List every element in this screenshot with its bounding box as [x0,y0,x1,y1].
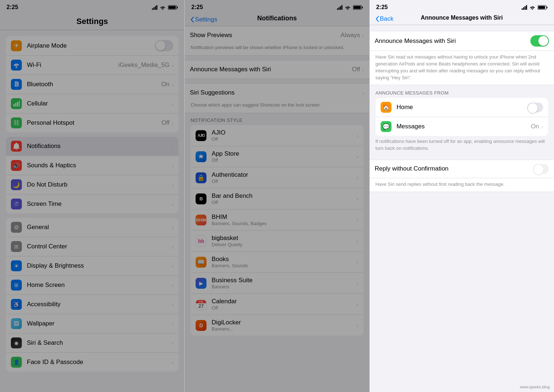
faceid-label: Face ID & Passcode [27,359,172,366]
settings-item-dnd[interactable]: 🌙 Do Not Disturb › [6,175,178,195]
app-item-barnbench[interactable]: B Bar and Bench Off › [190,188,363,209]
app-item-calendar[interactable]: CAL 27 Calendar Off › [190,294,363,315]
apps-list: AJIO AJIO Off › App Store Off › [190,125,363,336]
controlcenter-label: Control Center [27,243,172,250]
notifications-panel: 2:25 Settings Notifications Show Preview… [184,0,369,392]
main-toggle-item[interactable]: Announce Messages with Siri [370,31,554,51]
svg-rect-6 [19,101,20,107]
settings-scroll[interactable]: ✈ Airplane Mode Wi-Fi iGeeks_Media_5G › … [0,30,184,392]
settings-item-cellular[interactable]: Cellular › [6,94,178,113]
reply-toggle[interactable] [533,164,549,174]
from-messages-item[interactable]: 💬 Messages On › [376,117,548,136]
wallpaper-label: Wallpaper [27,320,172,327]
announce-panel: 2:25 Back Announce Messages with Siri An… [369,0,554,392]
announce-item[interactable]: Announce Messages with Siri Off › [185,60,369,79]
reply-item[interactable]: Reply without Confirmation [370,160,554,178]
back-to-settings[interactable]: Settings [190,16,217,23]
accessibility-chevron: › [172,301,173,308]
notifications-scroll[interactable]: Show Previews Always › Notification prev… [185,26,369,392]
settings-item-sounds[interactable]: 🔊 Sounds & Haptics › [6,156,178,175]
status-bar-p2: 2:25 [185,0,369,13]
cellular-label: Cellular [27,100,172,107]
svg-rect-1 [169,6,176,9]
settings-item-siri[interactable]: ◉ Siri & Search › [6,333,178,353]
notifications-section: Notifications › 🔊 Sounds & Haptics › 🌙 D… [6,137,178,213]
sounds-icon: 🔊 [11,160,22,171]
cellular-icon [11,98,22,109]
svg-rect-11 [538,6,545,9]
sirisugg-item[interactable]: Siri Suggestions › [185,84,369,102]
sirisugg-chevron: › [362,90,364,96]
settings-item-general[interactable]: ⚙ General › [6,218,178,237]
bigbasket-sub: Deliver Quietly [212,242,356,247]
svg-rect-2 [177,7,178,8]
barnbench-chevron: › [357,196,358,202]
airplane-toggle[interactable] [155,40,173,51]
siri-label: Siri & Search [27,339,172,347]
books-label: Books [212,256,229,263]
from-messages-value: On [531,123,539,130]
settings-item-bluetooth[interactable]: 𝔹 Bluetooth On › [6,75,178,94]
svg-rect-4 [15,103,16,107]
settings-item-airplane[interactable]: ✈ Airplane Mode [6,36,178,56]
homescreen-icon: ⊞ [11,280,22,291]
app-item-auth[interactable]: 🔒 Authenticator Off › [190,167,363,188]
app-item-bizsuit[interactable]: ▶ Business Suite Banners › [190,273,363,294]
cellular-chevron: › [172,101,173,107]
main-toggle-section: Announce Messages with Siri Have Siri re… [370,31,554,85]
back-to-notifications[interactable]: Back [376,15,394,23]
settings-item-wifi[interactable]: Wi-Fi iGeeks_Media_5G › [6,56,178,75]
settings-item-wallpaper[interactable]: 🖼 Wallpaper › [6,314,178,333]
appstore-sub: Off [212,157,356,163]
general-icon: ⚙ [11,222,22,233]
settings-item-hotspot[interactable]: ⛓ Personal Hotspot Off › [6,113,178,132]
homescreen-label: Home Screen [27,281,172,289]
time-p1: 2:25 [7,4,18,11]
sirisugg-desc: Choose which apps can suggest Shortcuts … [185,102,369,113]
app-item-books[interactable]: 📖 Books Banners, Sounds › [190,252,363,273]
general-label: General [27,224,172,231]
ajio-sub: Off [212,136,356,142]
notifications-chevron: › [172,143,173,149]
wallpaper-chevron: › [172,321,173,327]
hotspot-value: Off [161,119,169,127]
from-home-toggle[interactable] [527,103,543,112]
settings-item-screentime[interactable]: ⏱ Screen Time › [6,195,178,213]
settings-item-notifications[interactable]: Notifications › [6,137,178,156]
showpreviews-item[interactable]: Show Previews Always › [185,26,369,44]
bluetooth-value: On [161,81,170,88]
from-home-item[interactable]: 🏠 Home [376,98,548,117]
settings-item-faceid[interactable]: 👤 Face ID & Passcode › [6,353,178,372]
general-section: ⚙ General › ⊞ Control Center › ☀ Display… [6,218,178,372]
from-section: 🏠 Home 💬 Messages On › [376,98,548,136]
signal-icon-p3 [522,5,527,10]
app-item-digi[interactable]: D DigiLocker Banners... › [190,315,363,336]
auth-sub: Off [212,179,356,184]
main-toggle-label: Announce Messages with Siri [375,37,530,45]
app-item-appstore[interactable]: App Store Off › [190,146,363,167]
airplane-icon: ✈ [11,40,22,51]
settings-item-homescreen[interactable]: ⊞ Home Screen › [6,276,178,295]
app-item-bhim[interactable]: BHIM BHIM Banners, Sounds, Badges › [190,209,363,231]
settings-item-display[interactable]: ☀ Display & Brightness › [6,256,178,276]
homescreen-chevron: › [172,282,173,288]
faceid-chevron: › [172,359,173,365]
wifi-icon-p3 [529,5,535,10]
calendar-label: Calendar [212,298,237,305]
main-toggle[interactable] [530,35,549,47]
from-home-icon: 🏠 [381,102,392,113]
siri-chevron: › [172,340,173,346]
digi-chevron: › [357,322,358,328]
settings-item-accessibility[interactable]: ♿ Accessibility › [6,295,178,314]
digi-icon: D [196,320,206,331]
settings-item-controlcenter[interactable]: ⊞ Control Center › [6,237,178,256]
app-item-bigbasket[interactable]: bb bigbasket Deliver Quietly › [190,231,363,252]
from-messages-icon: 💬 [381,121,392,132]
from-footer: If notifications have been turned off fo… [370,136,554,155]
svg-rect-3 [13,104,15,107]
sirisugg-section: Siri Suggestions › Choose which apps can… [185,83,369,113]
auth-label: Authenticator [212,171,248,178]
app-item-ajio[interactable]: AJIO AJIO Off › [190,125,363,146]
announce-label: Announce Messages with Siri [190,66,352,73]
announce-scroll[interactable]: Announce Messages with Siri Have Siri re… [370,25,554,392]
